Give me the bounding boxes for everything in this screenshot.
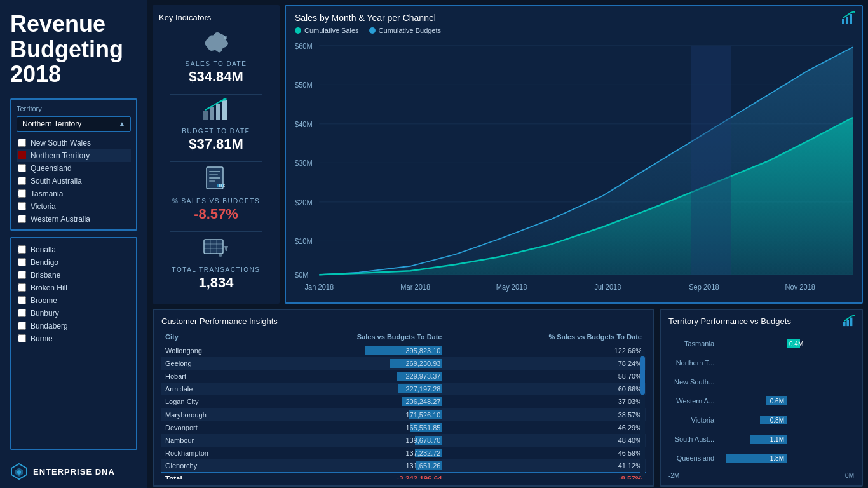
svg-point-3 xyxy=(224,36,227,39)
city-checkbox-broome[interactable] xyxy=(18,296,26,304)
svg-rect-16 xyxy=(204,240,223,254)
territory-item-nsw[interactable]: New South Wales xyxy=(17,137,131,149)
bar-value-label: -1.8M xyxy=(768,455,784,462)
territory-chart-area: Tasmania0.4MNorthern T...New South...Wes… xyxy=(668,331,854,470)
svg-rect-40 xyxy=(691,46,731,274)
city-item-brisbane[interactable]: Brisbane xyxy=(17,269,131,281)
city-item-broken-hill[interactable]: Broken Hill xyxy=(17,281,131,294)
table-row: Devonport 165,551.85 46.29% xyxy=(161,421,646,434)
city-checkbox-burnie[interactable] xyxy=(18,334,26,342)
city-checkbox-bendigo[interactable] xyxy=(18,258,26,266)
city-cell: Rockhampton xyxy=(161,447,262,459)
axis-line xyxy=(787,376,787,388)
city-checkbox-benalla[interactable] xyxy=(18,245,26,254)
territory-item-qld[interactable]: Queensland xyxy=(17,162,131,175)
svg-rect-6 xyxy=(216,104,220,120)
territory-chart-row: Victoria-0.8M xyxy=(668,414,854,426)
col-sales: Sales vs Budgets To Date xyxy=(262,331,445,344)
territory-checkbox-wa[interactable] xyxy=(18,215,26,223)
territory-chart-icon xyxy=(843,315,855,330)
city-cell: Hobart xyxy=(161,370,262,383)
legend-label-sales: Cumulative Sales xyxy=(304,27,359,34)
territory-bars: -1.1M xyxy=(719,433,854,445)
territory-checkbox-list: New South Wales Northern Territory Queen… xyxy=(17,137,131,226)
scrollbar-thumb[interactable] xyxy=(640,356,645,395)
territory-checkbox-nsw[interactable] xyxy=(18,139,26,147)
svg-text:$10M: $10M xyxy=(295,236,313,246)
territory-item-vic[interactable]: Victoria xyxy=(17,200,131,213)
territory-label-nt: Northern Territory xyxy=(31,151,90,160)
territory-item-tas[interactable]: Tasmania xyxy=(17,187,131,200)
territory-checkbox-sa[interactable] xyxy=(18,177,26,185)
bar-value-label: 0.4M xyxy=(789,341,803,348)
axis-line xyxy=(787,452,787,464)
territory-item-sa[interactable]: South Australia xyxy=(17,175,131,187)
sales-bar-cell: 269,230.93 xyxy=(262,357,445,370)
territory-bars: 0.4M xyxy=(719,338,854,349)
svg-text:$50M: $50M xyxy=(295,80,313,90)
territory-chart-row: Tasmania0.4M xyxy=(668,338,854,349)
city-checkbox-bunbury[interactable] xyxy=(18,309,26,317)
key-indicators-title: Key Indicators xyxy=(159,13,211,22)
territory-row-label: Northern T... xyxy=(668,359,719,367)
svg-rect-13 xyxy=(209,180,215,182)
territory-row-label: New South... xyxy=(668,378,719,386)
budget-to-date-label: BUDGET TO DATE xyxy=(182,128,250,135)
city-item-burnie[interactable]: Burnie xyxy=(17,332,131,345)
svg-text:$40M: $40M xyxy=(295,119,313,129)
city-checkbox-broken-hill[interactable] xyxy=(18,283,26,292)
pct-sales-value: -8.57% xyxy=(194,206,238,222)
city-item-bendigo[interactable]: Bendigo xyxy=(17,256,131,269)
territory-chart-row: Western A...-0.6M xyxy=(668,395,854,407)
territory-checkbox-qld[interactable] xyxy=(18,164,26,172)
table-row: Maryborough 171,526.10 38.57% xyxy=(161,408,646,421)
axis-line xyxy=(787,414,787,426)
city-label-benalla: Benalla xyxy=(31,245,56,254)
app-title: RevenueBudgeting2018 xyxy=(10,11,137,87)
performance-table-wrapper: City Sales vs Budgets To Date % Sales vs… xyxy=(161,331,646,479)
svg-rect-48 xyxy=(846,320,849,326)
territory-row-label: Queensland xyxy=(668,454,719,462)
svg-point-50 xyxy=(853,315,855,316)
svg-text:Mar 2018: Mar 2018 xyxy=(400,282,430,292)
territory-filter: Territory Northern Territory ▲ New South… xyxy=(10,98,137,231)
chart-bar-icon xyxy=(841,11,855,27)
svg-text:May 2018: May 2018 xyxy=(496,282,527,292)
city-item-benalla[interactable]: Benalla xyxy=(17,243,131,256)
city-item-bundaberg[interactable]: Bundaberg xyxy=(17,320,131,332)
sales-to-date-value: $34.84M xyxy=(189,69,243,85)
key-indicators-panel: Key Indicators SALES TO DATE $34.84M xyxy=(153,5,280,304)
kpi-sales-to-date: SALES TO DATE $34.84M xyxy=(159,29,273,85)
city-cell: Maryborough xyxy=(161,408,262,421)
city-cell: Geelong xyxy=(161,357,262,370)
kpi-divider-3 xyxy=(170,231,262,232)
territory-checkbox-nt[interactable] xyxy=(18,151,26,159)
sales-bar-cell: 139,678.70 xyxy=(262,434,445,447)
budget-to-date-value: $37.81M xyxy=(189,136,243,152)
territory-label-vic: Victoria xyxy=(31,202,56,211)
territory-filter-label: Territory xyxy=(17,105,131,112)
city-item-broome[interactable]: Broome xyxy=(17,294,131,307)
territory-dropdown-value: Northern Territory xyxy=(22,119,81,128)
table-row: Armidale 227,197.28 60.66% xyxy=(161,383,646,395)
territory-checkbox-vic[interactable] xyxy=(18,202,26,210)
territory-item-wa[interactable]: Western Australia xyxy=(17,213,131,226)
svg-rect-5 xyxy=(210,107,214,120)
territory-row-label: Tasmania xyxy=(668,340,719,348)
territory-checkbox-tas[interactable] xyxy=(18,189,26,198)
chart-area: $60M $50M $40M $30M $20M $10M $0M xyxy=(295,39,853,297)
table-row: Wollongong 395,823.10 122.66% xyxy=(161,344,646,358)
svg-text:$30M: $30M xyxy=(295,158,313,168)
svg-text:Sep 2018: Sep 2018 xyxy=(689,282,719,292)
sales-chart-title: Sales by Month & Year per Channel xyxy=(295,13,853,23)
territory-item-nt[interactable]: Northern Territory xyxy=(17,149,131,162)
city-cell: Wollongong xyxy=(161,344,262,358)
city-item-bunbury[interactable]: Bunbury xyxy=(17,307,131,320)
city-checkbox-brisbane[interactable] xyxy=(18,271,26,279)
territory-dropdown[interactable]: Northern Territory ▲ xyxy=(17,116,131,132)
city-checkbox-bundaberg[interactable] xyxy=(18,322,26,330)
territory-row-label: Victoria xyxy=(668,416,719,424)
table-row: Nambour 139,678.70 48.40% xyxy=(161,434,646,447)
svg-text:Jul 2018: Jul 2018 xyxy=(595,282,621,292)
territory-label-wa: Western Australia xyxy=(31,215,90,224)
